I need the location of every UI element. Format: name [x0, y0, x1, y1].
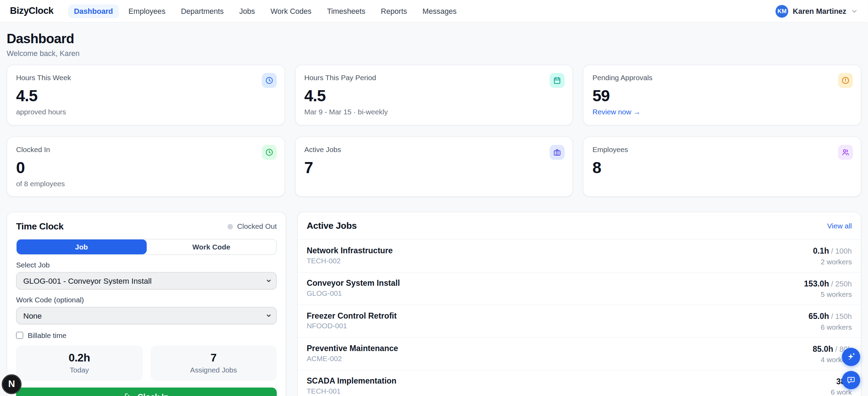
job-row[interactable]: Preventive Maintenance ACME-002 85.0h / … — [298, 338, 861, 370]
billable-time-label: Billable time — [28, 331, 66, 339]
job-workers: 6 work — [831, 388, 852, 396]
today-hours-label: Today — [20, 366, 138, 374]
nav-item-timesheets[interactable]: Timesheets — [321, 4, 372, 18]
log-in-icon — [124, 392, 133, 396]
bottom-section: Time Clock Clocked Out Job Work Code Sel… — [7, 212, 861, 396]
job-row[interactable]: Freezer Control Retrofit NFOOD-001 65.0h… — [298, 305, 861, 338]
ai-assistant-button[interactable] — [842, 348, 860, 366]
status-dot — [228, 224, 233, 229]
stat-card: Hours This Week 4.5 approved hours — [7, 65, 285, 125]
nav-item-reports[interactable]: Reports — [375, 4, 413, 18]
status-text: Clocked Out — [237, 222, 277, 230]
chevron-down-icon — [851, 8, 858, 15]
users-icon — [838, 145, 853, 160]
select-job-label: Select Job — [16, 262, 277, 269]
job-code: GLOG-001 — [307, 289, 400, 298]
job-hours: 153.0h / 250h — [804, 279, 852, 289]
job-code: TECH-002 — [307, 256, 393, 265]
nav-item-departments[interactable]: Departments — [175, 4, 230, 18]
today-hours-value: 0.2h — [20, 352, 138, 365]
new-chat-button[interactable] — [842, 371, 860, 389]
job-select[interactable]: GLOG-001 - Conveyor System Install — [16, 272, 277, 290]
clock-in-button[interactable]: Clock In — [16, 388, 277, 396]
top-nav: BizyClock DashboardEmployeesDepartmentsJ… — [0, 0, 868, 23]
clock-status: Clocked Out — [228, 222, 277, 230]
stat-label: Hours This Week — [16, 74, 275, 82]
stat-value: 4.5 — [304, 87, 564, 105]
stat-sub: approved hours — [16, 108, 275, 116]
job-name: SCADA Implementation — [307, 377, 396, 386]
job-code: NFOOD-001 — [307, 322, 396, 330]
calendar-icon — [550, 73, 565, 88]
stat-label: Pending Approvals — [593, 74, 852, 82]
review-now-link[interactable]: Review now → — [593, 108, 641, 116]
page-title: Dashboard — [7, 31, 861, 46]
nav-menu: DashboardEmployeesDepartmentsJobsWork Co… — [68, 4, 463, 18]
tab-work-code[interactable]: Work Code — [146, 239, 276, 254]
billable-time-checkbox[interactable] — [16, 332, 23, 339]
job-row[interactable]: SCADA Implementation TECH-001 382. 6 wor… — [298, 370, 861, 396]
stat-label: Hours This Pay Period — [304, 74, 564, 82]
message-plus-icon — [846, 375, 856, 385]
briefcase-icon — [550, 145, 565, 160]
work-code-label: Work Code (optional) — [16, 296, 277, 304]
nav-item-dashboard[interactable]: Dashboard — [68, 4, 119, 18]
alert-circle-icon — [838, 73, 853, 88]
app-window: BizyClock DashboardEmployeesDepartmentsJ… — [0, 0, 868, 396]
job-row[interactable]: Conveyor System Install GLOG-001 153.0h … — [298, 273, 861, 305]
job-workers: 5 workers — [804, 290, 852, 299]
brand-logo[interactable]: BizyClock — [10, 6, 54, 17]
nav-item-jobs[interactable]: Jobs — [233, 4, 261, 18]
clock-mode-tabs: Job Work Code — [16, 239, 277, 255]
avatar: KM — [776, 5, 788, 18]
stat-card: Pending Approvals 59 Review now → — [583, 65, 861, 125]
job-hours: 65.0h / 150h — [808, 311, 852, 321]
stat-value: 7 — [304, 159, 564, 177]
assigned-jobs-label: Assigned Jobs — [155, 366, 272, 374]
stat-card: Clocked In 0 of 8 employees — [7, 136, 285, 197]
stat-card: Employees 8 — [583, 136, 861, 197]
stat-value: 4.5 — [16, 87, 275, 105]
stat-value: 59 — [593, 87, 852, 105]
job-code: TECH-001 — [307, 387, 396, 395]
job-hours: 0.1h / 100h — [813, 246, 852, 256]
dashboard-page: Dashboard Welcome back, Karen Hours This… — [0, 23, 868, 396]
user-name: Karen Martinez — [793, 7, 847, 15]
stat-label: Active Jobs — [304, 145, 564, 154]
clock-icon — [262, 73, 276, 88]
time-clock-title: Time Clock — [16, 221, 63, 232]
nav-item-employees[interactable]: Employees — [122, 4, 172, 18]
dev-overlay-badge[interactable]: N — [2, 374, 22, 394]
job-row[interactable]: Network Infrastructure TECH-002 0.1h / 1… — [298, 240, 861, 272]
job-code: ACME-002 — [307, 355, 398, 363]
assigned-jobs-box: 7 Assigned Jobs — [150, 346, 277, 381]
clock-icon — [262, 145, 276, 160]
work-code-select[interactable]: None — [16, 307, 277, 324]
stat-sub: Mar 9 - Mar 15 · bi-weekly — [304, 108, 564, 116]
stat-card: Active Jobs 7 — [295, 136, 573, 197]
job-workers: 6 workers — [808, 323, 852, 331]
job-name: Network Infrastructure — [307, 246, 393, 255]
stat-label: Clocked In — [16, 145, 275, 154]
sparkles-icon — [846, 352, 856, 361]
stats-grid: Hours This Week 4.5 approved hours Hours… — [7, 65, 861, 197]
stat-value: 8 — [593, 159, 852, 177]
stat-sub: of 8 employees — [16, 180, 275, 188]
job-name: Conveyor System Install — [307, 279, 400, 287]
nav-item-work-codes[interactable]: Work Codes — [264, 4, 318, 18]
nav-item-messages[interactable]: Messages — [417, 4, 463, 18]
active-jobs-title: Active Jobs — [307, 220, 357, 231]
stat-label: Employees — [593, 145, 852, 154]
stat-value: 0 — [16, 159, 275, 177]
time-clock-panel: Time Clock Clocked Out Job Work Code Sel… — [7, 212, 286, 396]
stat-card: Hours This Pay Period 4.5 Mar 9 - Mar 15… — [295, 65, 573, 125]
active-jobs-list: Network Infrastructure TECH-002 0.1h / 1… — [298, 240, 861, 396]
user-menu[interactable]: KM Karen Martinez — [776, 5, 858, 18]
assigned-jobs-value: 7 — [155, 352, 272, 365]
page-subtitle: Welcome back, Karen — [7, 49, 861, 58]
active-jobs-panel: Active Jobs View all Network Infrastruct… — [297, 212, 861, 396]
tab-job[interactable]: Job — [17, 239, 146, 254]
view-all-link[interactable]: View all — [827, 222, 852, 230]
job-name: Preventive Maintenance — [307, 344, 398, 353]
job-workers: 2 workers — [813, 258, 852, 266]
